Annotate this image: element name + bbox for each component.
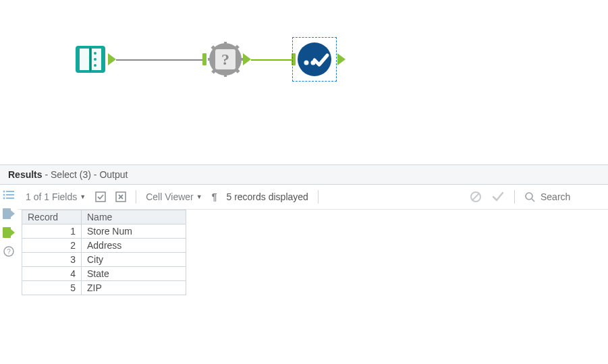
svg-rect-24 [3,208,11,219]
svg-rect-7 [208,58,212,61]
results-toolbar: 1 of 1 Fields ▼ Cell Viewer ▼ ¶ 5 record… [18,185,608,210]
question-gear-icon: ? [208,42,243,77]
cell-record[interactable]: 5 [22,281,82,295]
cell-name[interactable]: ZIP [82,281,186,295]
output-anchor[interactable] [337,53,346,65]
input-anchor[interactable] [202,53,206,65]
cell-record[interactable]: 3 [22,253,82,267]
search-icon [524,191,535,202]
col-header-record[interactable]: Record [22,210,82,224]
svg-rect-5 [224,42,227,46]
records-displayed-label: 5 records displayed [226,191,308,202]
toolbar-separator [318,190,319,204]
toolbar-separator [514,190,515,204]
svg-point-34 [526,193,532,200]
col-header-name[interactable]: Name [82,210,186,224]
svg-line-35 [532,199,534,202]
output-anchor[interactable] [108,53,116,65]
svg-point-2 [94,58,96,61]
input-anchor[interactable] [292,53,296,65]
search-input[interactable] [539,191,600,203]
input-data-tool[interactable] [73,42,108,77]
cell-name[interactable]: Address [82,239,186,253]
svg-rect-6 [224,73,227,77]
results-left-rail: ? [0,185,18,295]
cell-record[interactable]: 2 [22,239,82,253]
toolbar-separator [136,190,136,204]
svg-rect-0 [90,47,91,71]
input-anchor-view-icon[interactable] [2,208,16,220]
show-whitespace-icon[interactable]: ¶ [212,191,217,202]
svg-point-3 [94,64,96,67]
results-table[interactable]: Record Name 1 Store Num 2 Address 3 City [22,210,186,295]
uncheck-all-icon[interactable] [115,191,126,202]
svg-rect-26 [3,227,11,238]
connection[interactable] [116,59,204,61]
svg-point-22 [3,198,5,200]
svg-rect-30 [96,192,105,202]
output-anchor-view-icon[interactable] [2,226,16,239]
fields-summary-label: 1 of 1 Fields [26,191,77,202]
table-row[interactable]: 1 Store Num [22,224,186,239]
cell-record[interactable]: 4 [22,267,82,281]
missing-macro-tool[interactable]: ? [208,42,243,77]
results-context: Select (3) - Output [51,169,128,180]
select-tool[interactable] [297,42,332,77]
select-check-icon [297,42,332,77]
svg-line-33 [472,193,479,200]
chevron-down-icon: ▼ [196,193,202,200]
table-row[interactable]: 5 ZIP [22,281,186,295]
svg-rect-21 [6,194,14,195]
svg-point-1 [94,52,96,55]
chevron-down-icon: ▼ [80,193,86,200]
help-icon[interactable]: ? [2,245,16,257]
svg-point-18 [3,191,5,193]
book-icon [73,42,108,77]
cell-name[interactable]: Store Num [82,224,186,239]
connection[interactable] [251,59,292,61]
table-row[interactable]: 4 State [22,267,186,281]
cell-viewer-label: Cell Viewer [146,191,194,202]
results-header: Results - Select (3) - Output [0,164,608,185]
svg-text:?: ? [7,248,11,255]
messages-view-icon[interactable] [2,189,16,201]
svg-marker-25 [11,210,15,217]
cell-record[interactable]: 1 [22,224,82,239]
table-header-row: Record Name [22,210,186,224]
svg-point-16 [304,61,309,65]
results-title: Results [8,169,43,180]
svg-rect-23 [6,198,14,199]
svg-marker-27 [11,229,15,236]
cell-viewer-dropdown[interactable]: Cell Viewer ▼ [146,191,202,202]
table-row[interactable]: 2 Address [22,239,186,253]
fields-dropdown[interactable]: 1 of 1 Fields ▼ [26,191,86,202]
apply-check-icon[interactable] [491,191,505,203]
check-all-icon[interactable] [95,191,106,202]
output-anchor[interactable] [243,53,251,65]
table-row[interactable]: 3 City [22,253,186,267]
cell-name[interactable]: State [82,267,186,281]
svg-point-20 [3,194,5,196]
svg-text:?: ? [221,51,229,68]
workflow-canvas[interactable]: ? [0,0,608,164]
not-allowed-icon[interactable] [470,191,482,203]
svg-rect-19 [6,191,14,192]
cell-name[interactable]: City [82,253,186,267]
